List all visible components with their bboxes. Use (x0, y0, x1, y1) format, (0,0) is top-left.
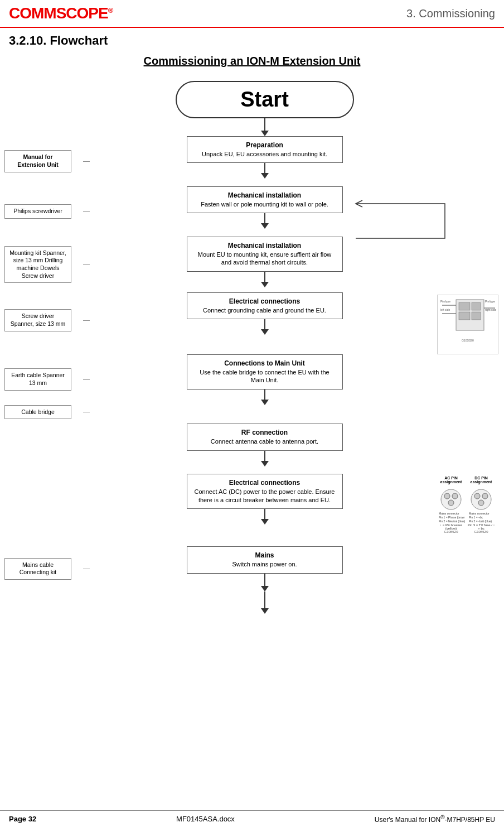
flow-box-rf: RF connection Connect antenna cable to a… (187, 424, 343, 450)
conn-main-left: Earth cable Spanner 13 mm (4, 354, 96, 405)
arrow-head-elec1 (261, 329, 269, 335)
mains-center: Mains Switch mains power on. (96, 546, 433, 591)
step-mains: Mains cable Connecting kit Mains Switch … (4, 546, 500, 591)
step-continue (4, 592, 500, 619)
svg-point-22 (482, 493, 488, 499)
rf-left (4, 424, 96, 468)
flow-box-conn-main: Connections to Main Unit Use the cable b… (187, 354, 343, 390)
pin-diagrams-row: AC PIN assignment Mains connector Pin 1 … (437, 476, 495, 533)
svg-text:Pin 2 = -batt (blue): Pin 2 = -batt (blue) (469, 520, 492, 523)
svg-rect-3 (459, 312, 470, 320)
mech2-text: Mount EU to mounting kit, ensure suffien… (193, 251, 337, 267)
step-mech1: Philips screwdriver Mechanical installat… (4, 186, 500, 237)
flow-box-elec2: Electrical connections Connect AC (DC) p… (187, 474, 343, 509)
elec1-title: Electrical connections (193, 297, 337, 305)
arrow-head-mains (261, 586, 269, 592)
svg-point-20 (471, 489, 491, 509)
dc-pin-svg: Mains connector Pin 1 = +bc Pin 2 = -bat… (467, 484, 495, 523)
grounding-svg: Pin/type left side Pin/type right side G… (439, 297, 498, 350)
main-content: Commissioning an ION-M Extension Unit St… (0, 55, 504, 619)
svg-point-14 (444, 493, 450, 499)
arrow-line-start (264, 118, 265, 131)
footer-page: Page 32 (9, 815, 36, 823)
step-conn-main: Earth cable Spanner 13 mm Connections to… (4, 354, 500, 405)
svg-text:left side: left side (440, 308, 450, 311)
mains-title: Mains (193, 551, 337, 559)
step-rf: RF connection Connect antenna cable to a… (4, 424, 500, 468)
svg-rect-4 (472, 312, 481, 320)
dc-code: G1085Z0 (467, 530, 495, 533)
left-item-screwdriver: Screw driver Spanner, size 13 mm (4, 309, 71, 331)
svg-text:Pin 1 = +bc: Pin 1 = +bc (469, 516, 483, 519)
h-connector-mains-cable (83, 569, 90, 569)
svg-point-23 (478, 500, 484, 506)
conn-main-text: Use the cable bridge to connect the EU w… (193, 368, 337, 384)
elec2-right: AC PIN assignment Mains connector Pin 1 … (433, 474, 500, 533)
h-connector-screwdriver (83, 320, 90, 321)
footer-doc: MF0145ASA.docx (176, 815, 235, 823)
company-logo: COMMSCOPE® (9, 4, 113, 22)
rf-text: Connect antenna cable to antenna port. (193, 437, 337, 445)
mains-left: Mains cable Connecting kit (4, 546, 96, 591)
flow-box-mech1: Mechanical installation Fasten wall or p… (187, 186, 343, 213)
arrow-line-prep (264, 163, 265, 173)
start-node: Start (176, 81, 354, 118)
arrow-head-mech2 (261, 282, 269, 287)
conn-main-title: Connections to Main Unit (193, 359, 337, 367)
h-connector-manual (83, 161, 90, 162)
arrow-head-start (261, 131, 269, 136)
svg-point-13 (441, 489, 461, 509)
ac-pin-svg: Mains connector Pin 1 = Phase (brown) Pi… (437, 484, 465, 523)
arrow-line-rf (264, 451, 265, 461)
left-item-philips: Philips screwdriver (4, 204, 71, 219)
continue-center (96, 592, 433, 614)
prep-title: Preparation (193, 141, 337, 149)
rf-center: RF connection Connect antenna cable to a… (96, 424, 433, 466)
mech2-center: Mechanical installation Mount EU to moun… (96, 237, 433, 287)
cable-bridge-left: Cable bridge (4, 405, 96, 420)
arrow-head-elec2 (261, 519, 269, 525)
arrow-line-continue (264, 592, 265, 608)
step-elec1: Screw driver Spanner, size 13 mm Electri… (4, 292, 500, 354)
flow-box-preparation: Preparation Unpack EU, EU accessories an… (187, 136, 343, 163)
svg-point-21 (474, 493, 480, 499)
continue-left (4, 592, 96, 619)
ac-pin-label: AC PIN assignment (437, 476, 465, 484)
prep-left: Manual for Extension Unit (4, 136, 96, 186)
svg-text:Mains connector: Mains connector (439, 512, 459, 515)
elec1-left: Screw driver Spanner, size 13 mm (4, 292, 96, 348)
footer-manual: User's Manual for ION®-M7HP/85HP EU (375, 814, 495, 824)
step-mech2: Mounting kit Spanner, size 13 mm Drillin… (4, 237, 500, 292)
elec2-center: Electrical connections Connect AC (DC) p… (96, 474, 433, 525)
logo-reg: ® (108, 6, 113, 15)
rf-title: RF connection (193, 429, 337, 436)
logo-text: COMMSC (9, 4, 77, 22)
dc-pin-note: Pin 3 = TV fuse / ↓ + bc (467, 523, 495, 530)
mech1-title: Mechanical installation (193, 191, 337, 199)
step-preparation: Manual for Extension Unit Preparation Un… (4, 136, 500, 186)
page-header: COMMSCOPE® 3. Commissioning (0, 0, 504, 28)
elec2-left (4, 474, 96, 546)
start-left (4, 76, 96, 121)
svg-point-15 (452, 493, 458, 499)
svg-rect-1 (459, 302, 470, 310)
dc-pin-diagram: DC PIN assignment Mains connector Pin 1 … (467, 476, 495, 533)
svg-point-16 (448, 500, 454, 506)
elec1-center: Electrical connections Connect grounding… (96, 292, 433, 335)
arrow-line-elec1 (264, 319, 265, 329)
elec2-title: Electrical connections (193, 479, 337, 487)
mech1-left: Philips screwdriver (4, 186, 96, 237)
start-row: Start (4, 76, 500, 136)
svg-text:Pin/type: Pin/type (485, 300, 495, 303)
left-item-mains-cable: Mains cable Connecting kit (4, 558, 71, 580)
mech2-title: Mechanical installation (193, 242, 337, 249)
ac-code: G1085Z0 (437, 530, 465, 533)
h-connector-cable-bridge (83, 412, 90, 412)
prep-text: Unpack EU, EU accessories and mounting k… (193, 150, 337, 158)
mains-text: Switch mains power on. (193, 560, 337, 568)
section-label: 3. Commissioning (406, 7, 495, 20)
step-elec2: Electrical connections Connect AC (DC) p… (4, 474, 500, 546)
elec1-right: Pin/type left side Pin/type right side G… (433, 292, 500, 354)
arrow-head-conn-main (261, 400, 269, 405)
ac-pin-diagram: AC PIN assignment Mains connector Pin 1 … (437, 476, 465, 533)
